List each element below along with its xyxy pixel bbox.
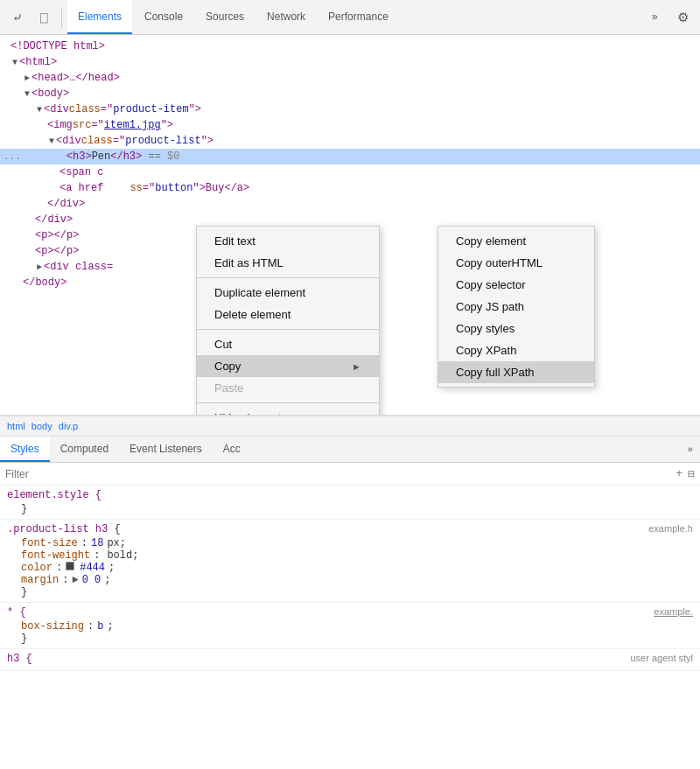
dom-panel: <!DOCTYPE html> ▼ <html> ► <head>…</head… — [0, 35, 700, 416]
dom-line-html[interactable]: ▼ <html> — [0, 54, 700, 70]
dom-line-span[interactable]: <span c — [0, 164, 700, 180]
triangle-body[interactable]: ▼ — [23, 89, 32, 99]
style-close-star: } — [7, 633, 693, 645]
tab-console[interactable]: Console — [134, 0, 193, 34]
ctx-duplicate[interactable]: Duplicate element — [197, 282, 379, 304]
tab-network[interactable]: Network — [256, 0, 316, 34]
bottom-tab-event-listeners[interactable]: Event Listeners — [119, 437, 213, 462]
dom-line-anchor[interactable]: <a href ss="button">Buy</a> — [0, 180, 700, 196]
breadcrumb-html[interactable]: html — [7, 421, 25, 431]
cursor-icon[interactable]: ⤶ — [5, 5, 30, 30]
tab-sources[interactable]: Sources — [195, 0, 255, 34]
dom-line-h3-selected[interactable]: ... <h3>Pen</h3> == $0 — [0, 149, 700, 164]
style-selector-product-list: .product-list h3 { — [7, 523, 121, 535]
ctx-cut[interactable]: Cut — [197, 333, 379, 355]
triangle-div-partial[interactable]: ► — [35, 262, 44, 272]
style-close-product-list: } — [7, 586, 693, 598]
bottom-tab-computed[interactable]: Computed — [50, 437, 119, 462]
tab-separator — [61, 7, 62, 28]
submenu-copy-jspath[interactable]: Copy JS path — [438, 296, 594, 318]
color-swatch[interactable] — [66, 562, 74, 570]
style-selector-element: element.style { — [7, 489, 693, 501]
dom-line-body[interactable]: ▼ <body> — [0, 86, 700, 101]
bottom-tab-accessibility[interactable]: Acc — [213, 437, 251, 462]
style-block-star: * { example. box-sizing: b; } — [0, 603, 700, 649]
dom-line-div-product-item[interactable]: ▼ <div class="product-item"> — [0, 101, 700, 117]
settings-button[interactable]: ⚙ — [670, 5, 695, 30]
submenu-copy-outerhtml[interactable]: Copy outerHTML — [438, 252, 594, 274]
devtools-tabbar: ⤶ ⎕ Elements Console Sources Network Per… — [0, 0, 700, 35]
ctx-edit-text[interactable]: Edit text — [197, 230, 379, 252]
tab-performance[interactable]: Performance — [318, 0, 399, 34]
submenu-copy-styles[interactable]: Copy styles — [438, 318, 594, 339]
ctx-sep-3 — [197, 402, 379, 403]
ctx-edit-html[interactable]: Edit as HTML — [197, 252, 379, 274]
style-source-product-list: example.h — [648, 523, 693, 537]
submenu-arrow-copy: ► — [352, 361, 361, 372]
dom-line-head[interactable]: ► <head>…</head> — [0, 70, 700, 86]
style-source-star: example. — [654, 606, 693, 620]
ctx-copy[interactable]: Copy ► — [197, 355, 379, 377]
ctx-sep-1 — [197, 277, 379, 278]
settings-style-icon[interactable]: ⊟ — [688, 467, 695, 481]
styles-panel: + ⊟ element.style { } .product-list h3 {… — [0, 463, 700, 734]
breadcrumb-body[interactable]: body — [32, 421, 52, 431]
styles-filter-bar: + ⊟ — [0, 463, 700, 486]
dom-line-doctype[interactable]: <!DOCTYPE html> — [0, 38, 700, 54]
style-prop-color: color: #444; — [7, 562, 693, 574]
style-prop-placeholder: } — [7, 503, 693, 515]
submenu-copy-full-xpath[interactable]: Copy full XPath — [438, 361, 594, 383]
add-style-icon[interactable]: + — [676, 467, 682, 481]
dom-line-img[interactable]: <img src="item1.jpg"> — [0, 117, 700, 133]
breadcrumb-div[interactable]: div.p — [59, 421, 78, 431]
style-block-element: element.style { } — [0, 486, 700, 520]
triangle-html[interactable]: ▼ — [10, 58, 19, 67]
more-tabs-button[interactable]: » — [645, 11, 665, 24]
ctx-hide[interactable]: Hide element — [197, 407, 379, 416]
style-prop-font-weight: font-weight: bold; — [7, 549, 693, 562]
submenu-copy-selector[interactable]: Copy selector — [438, 274, 594, 296]
style-block-h3: h3 { user agent styl — [0, 649, 700, 671]
bottom-tab-styles[interactable]: Styles — [0, 437, 50, 462]
ctx-delete[interactable]: Delete element — [197, 304, 379, 325]
tab-elements[interactable]: Elements — [67, 0, 132, 34]
submenu-copy-xpath[interactable]: Copy XPath — [438, 339, 594, 361]
ctx-sep-2 — [197, 329, 379, 330]
triangle-div-product-item[interactable]: ▼ — [35, 105, 44, 115]
style-source-h3: user agent styl — [630, 653, 693, 667]
submenu-copy-element[interactable]: Copy element — [438, 230, 594, 252]
ctx-paste: Paste — [197, 377, 379, 399]
style-prop-box-sizing: box-sizing: b; — [7, 620, 693, 633]
device-icon[interactable]: ⎕ — [32, 5, 56, 30]
style-selector-star: * { — [7, 606, 26, 619]
triangle-div-product-list[interactable]: ▼ — [47, 136, 56, 146]
style-prop-font-size: font-size: 18px; — [7, 537, 693, 549]
styles-filter-input[interactable] — [5, 468, 672, 480]
submenu-copy: Copy element Copy outerHTML Copy selecto… — [438, 226, 595, 388]
dom-line-close-div-product-list[interactable]: </div> — [0, 196, 700, 212]
bottom-tab-more[interactable]: » — [680, 444, 700, 455]
breadcrumb: html body div.p — [0, 416, 700, 437]
dom-line-div-product-list[interactable]: ▼ <div class="product-list"> — [0, 133, 700, 149]
style-block-product-list: .product-list h3 { example.h font-size: … — [0, 520, 700, 603]
bottom-tabbar: Styles Computed Event Listeners Acc » — [0, 437, 700, 463]
style-selector-h3: h3 { — [7, 653, 32, 665]
style-prop-margin: margin: ► 0 0; — [7, 574, 693, 586]
triangle-head[interactable]: ► — [23, 73, 32, 83]
styles-filter-icons: + ⊟ — [676, 467, 695, 481]
context-menu: Edit text Edit as HTML Duplicate element… — [196, 226, 380, 416]
